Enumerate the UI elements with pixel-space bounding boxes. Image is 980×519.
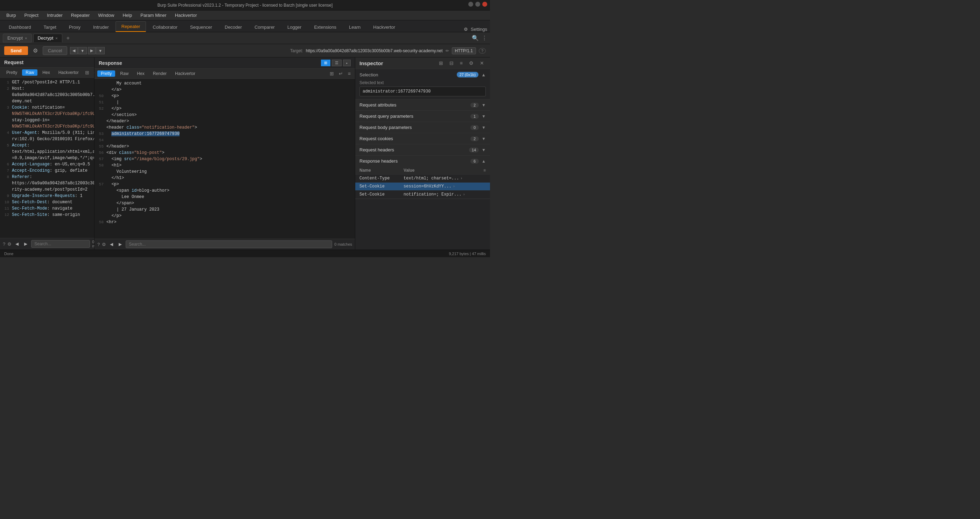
menu-repeater[interactable]: Repeater — [68, 12, 93, 19]
req-search-settings-icon[interactable]: ⚙ — [7, 241, 11, 247]
resp-tab-pretty[interactable]: Pretty — [97, 70, 115, 77]
req-tab-hackvertor[interactable]: Hackvertor — [55, 69, 82, 76]
req-tab-raw[interactable]: Raw — [22, 69, 37, 76]
resp-search-help-icon[interactable]: ? — [97, 242, 100, 247]
prev-button[interactable]: ◀ — [70, 47, 78, 54]
expand-set-cookie-2[interactable]: › — [463, 193, 465, 196]
response-content: My account </a> 50 <p> 51 | 52 </p> — [94, 79, 355, 239]
tab-proxy[interactable]: Proxy — [63, 22, 86, 32]
menu-intruder[interactable]: Intruder — [43, 12, 66, 19]
resp-tab-hex[interactable]: Hex — [134, 70, 148, 77]
resp-wrap-icon[interactable]: ↵ — [337, 70, 344, 77]
window-controls[interactable] — [468, 2, 487, 6]
more-options-icon[interactable]: ⋮ — [482, 35, 487, 42]
view-mode-grid[interactable]: ⊞ — [321, 59, 330, 66]
tab-logger[interactable]: Logger — [282, 22, 307, 32]
inspector-request-headers-badge: 14 — [469, 147, 479, 152]
view-mode-dark[interactable]: ▪ — [343, 59, 351, 66]
request-search-input[interactable] — [31, 240, 90, 248]
toolbar-settings-icon[interactable]: ⚙ — [31, 46, 40, 55]
response-search-input[interactable] — [126, 240, 332, 248]
tab-decoder[interactable]: Decoder — [219, 22, 248, 32]
resp-tab-raw[interactable]: Raw — [116, 70, 132, 77]
resp-search-prev[interactable]: ◀ — [108, 241, 115, 248]
tab-add-button[interactable]: + — [64, 34, 72, 43]
request-line-5: 5 Accept: — [0, 142, 94, 149]
resp-more-icon[interactable]: ≡ — [347, 70, 352, 77]
window-title: Burp Suite Professional v2023.1.2 - Temp… — [158, 3, 333, 8]
inspector-grid-icon[interactable]: ⊞ — [437, 59, 445, 67]
menu-bar: Burp Project Intruder Repeater Window He… — [0, 11, 490, 20]
menu-window[interactable]: Window — [94, 12, 118, 19]
resp-tab-hackvertor[interactable]: Hackvertor — [172, 70, 199, 77]
headers-more-icon[interactable]: ≡ — [484, 168, 486, 173]
inspector-request-query-params: Request query parameters 1 ▼ — [355, 111, 490, 122]
inspector-request-query-params-header[interactable]: Request query parameters 1 ▼ — [355, 111, 490, 121]
tab-collaborator[interactable]: Collaborator — [146, 22, 183, 32]
inspector-request-body-params-header[interactable]: Request body parameters 0 ▼ — [355, 122, 490, 133]
inspector-split-icon[interactable]: ⊟ — [448, 59, 455, 67]
inspector-request-attributes-header[interactable]: Request attributes 2 ▼ — [355, 99, 490, 110]
req-search-prev[interactable]: ◀ — [14, 241, 20, 247]
tab-extensions[interactable]: Extensions — [308, 22, 342, 32]
resp-header-row-content-type[interactable]: Content-Type text/html; charset=...› — [355, 174, 490, 182]
inspector-align-icon[interactable]: ≡ — [458, 59, 465, 67]
settings-button[interactable]: ⚙ Settings — [464, 27, 487, 32]
view-mode-list[interactable]: ☰ — [332, 59, 342, 66]
resp-line-48: My account — [94, 80, 355, 86]
tab-repeater[interactable]: Repeater — [116, 21, 146, 32]
tab-dashboard[interactable]: Dashboard — [3, 22, 37, 32]
resp-line-53: <header class="notification-header"> — [94, 125, 355, 131]
resp-search-settings-icon[interactable]: ⚙ — [102, 242, 106, 247]
edit-target-icon[interactable]: ✏ — [445, 48, 449, 53]
resp-line-57p: 57 <p> — [94, 181, 355, 187]
req-search-help-icon[interactable]: ? — [3, 241, 5, 247]
inspector-close-icon[interactable]: ✕ — [478, 59, 486, 67]
request-line-7: 7 Accept-Encoding: gzip, deflate — [0, 168, 94, 174]
menu-project[interactable]: Project — [21, 12, 41, 19]
req-format-icon[interactable]: ⊞ — [84, 69, 91, 76]
maximize-btn[interactable] — [475, 2, 480, 6]
tab-target[interactable]: Target — [38, 22, 62, 32]
tab-encrypt[interactable]: Encrypt × — [3, 34, 32, 42]
request-line-cookie3: N9WSTHKLOkAhTX3cr2UFYcba0Kp/ifc9UkukvhGN… — [0, 123, 94, 130]
search-icon[interactable]: 🔍 — [472, 35, 479, 42]
prev-dropdown[interactable]: ▼ — [78, 47, 87, 54]
close-btn[interactable] — [482, 2, 487, 6]
tab-encrypt-close[interactable]: × — [25, 36, 27, 40]
menu-help[interactable]: Help — [119, 12, 135, 19]
menu-param-miner[interactable]: Param Miner — [137, 12, 170, 19]
response-panel-header: Response — [99, 60, 122, 66]
minimize-btn[interactable] — [468, 2, 473, 6]
resp-header-row-set-cookie-2[interactable]: Set-Cookie notification=; Expir...› — [355, 191, 490, 199]
req-tab-hex[interactable]: Hex — [39, 69, 53, 76]
expand-set-cookie-1[interactable]: › — [453, 185, 455, 188]
tab-intruder[interactable]: Intruder — [87, 22, 115, 32]
help-icon[interactable]: ? — [479, 48, 486, 54]
inspector-request-headers-header[interactable]: Request headers 14 ▼ — [355, 144, 490, 155]
tab-sequencer[interactable]: Sequencer — [184, 22, 218, 32]
send-button[interactable]: Send — [4, 46, 28, 55]
selection-collapse-icon[interactable]: ▲ — [481, 72, 486, 77]
tab-hackvertor[interactable]: Hackvertor — [367, 22, 401, 32]
tab-learn[interactable]: Learn — [343, 22, 366, 32]
inspector-settings-icon[interactable]: ⚙ — [467, 59, 475, 67]
menu-burp[interactable]: Burp — [3, 12, 19, 19]
tab-comparer[interactable]: Comparer — [248, 22, 281, 32]
inspector-response-headers-title: Response headers — [360, 158, 468, 164]
resp-format-icon[interactable]: ⊞ — [328, 70, 335, 77]
response-match-count: 0 matches — [334, 242, 352, 246]
menu-hackvertor[interactable]: Hackvertor — [172, 12, 200, 19]
tab-decrypt-close[interactable]: × — [55, 36, 57, 40]
resp-tab-render[interactable]: Render — [150, 70, 170, 77]
resp-search-next[interactable]: ▶ — [117, 241, 124, 248]
resp-header-row-set-cookie-1[interactable]: Set-Cookie session=6hVzKdYY...› — [355, 182, 490, 191]
req-search-next[interactable]: ▶ — [22, 241, 29, 247]
tab-decrypt[interactable]: Decrypt × — [33, 34, 62, 42]
req-tab-pretty[interactable]: Pretty — [3, 69, 21, 76]
inspector-response-headers-header[interactable]: Response headers 6 ▲ — [355, 156, 490, 166]
inspector-request-cookies-header[interactable]: Request cookies 2 ▼ — [355, 133, 490, 144]
next-dropdown[interactable]: ▼ — [96, 47, 105, 54]
next-button[interactable]: ▶ — [88, 47, 95, 54]
expand-content-type[interactable]: › — [460, 177, 462, 180]
